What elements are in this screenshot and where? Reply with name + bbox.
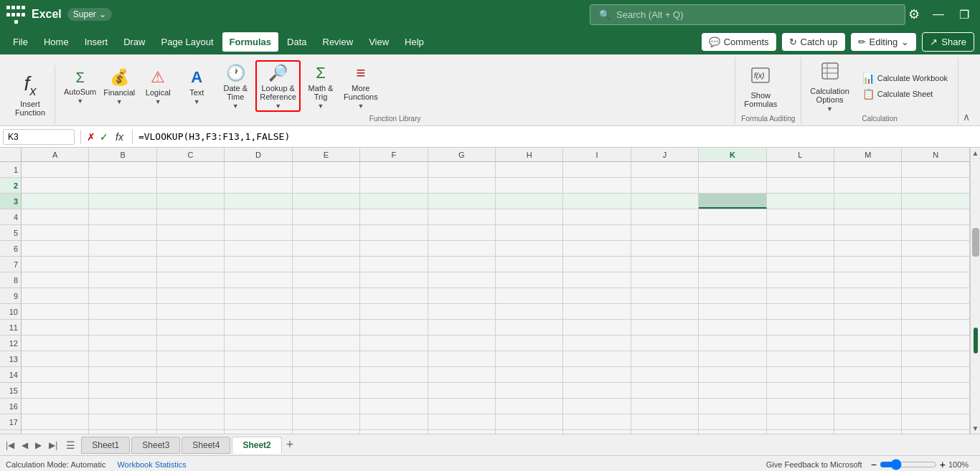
zoom-slider[interactable] [880, 459, 937, 470]
cell-B17[interactable] [89, 414, 156, 429]
cell-L9[interactable] [767, 288, 834, 303]
cell-H18[interactable] [496, 430, 563, 434]
cell-E1[interactable] [293, 162, 360, 177]
cell-D6[interactable] [225, 241, 292, 256]
cell-G18[interactable] [428, 430, 496, 434]
cell-I3[interactable] [563, 194, 631, 209]
cell-G11[interactable] [428, 320, 496, 335]
cell-N3[interactable] [902, 194, 969, 209]
cell-H11[interactable] [496, 320, 563, 335]
menu-data[interactable]: Data [280, 32, 314, 52]
cell-I7[interactable] [563, 257, 631, 272]
cell-J14[interactable] [631, 367, 699, 382]
cell-A7[interactable] [22, 257, 89, 272]
cell-B4[interactable] [89, 209, 156, 224]
cell-K4[interactable] [699, 209, 766, 224]
menu-help[interactable]: Help [397, 32, 431, 52]
cell-D9[interactable] [225, 288, 292, 303]
cell-J3[interactable] [631, 194, 699, 209]
cell-B9[interactable] [89, 288, 156, 303]
cell-M12[interactable] [834, 336, 902, 351]
cell-F12[interactable] [360, 336, 428, 351]
cell-F4[interactable] [360, 209, 428, 224]
cell-C3[interactable] [157, 194, 225, 209]
cell-I2[interactable] [563, 178, 631, 193]
cell-G10[interactable] [428, 304, 496, 319]
cell-M2[interactable] [834, 178, 902, 193]
cell-J4[interactable] [631, 209, 699, 224]
cell-D2[interactable] [225, 178, 292, 193]
cell-L8[interactable] [767, 272, 834, 287]
cell-J11[interactable] [631, 320, 699, 335]
cell-E12[interactable] [293, 336, 360, 351]
settings-button[interactable]: ⚙ [905, 4, 923, 25]
cell-L3[interactable] [767, 194, 834, 209]
cell-N6[interactable] [902, 241, 969, 256]
cell-H4[interactable] [496, 209, 563, 224]
cell-K2[interactable] [699, 178, 766, 193]
cell-L4[interactable] [767, 209, 834, 224]
cell-I1[interactable] [563, 162, 631, 177]
cell-M10[interactable] [834, 304, 902, 319]
cell-K18[interactable] [699, 430, 766, 434]
cell-H7[interactable] [496, 257, 563, 272]
table-row[interactable] [22, 351, 970, 367]
cell-I12[interactable] [563, 336, 631, 351]
cell-E6[interactable] [293, 241, 360, 256]
cell-A17[interactable] [22, 414, 89, 429]
cell-A3[interactable] [22, 194, 89, 209]
cell-L17[interactable] [767, 414, 834, 429]
cell-J8[interactable] [631, 272, 699, 287]
catchup-button[interactable]: ↻ Catch up [782, 33, 845, 51]
cell-C10[interactable] [157, 304, 225, 319]
cell-F2[interactable] [360, 178, 428, 193]
cell-G9[interactable] [428, 288, 496, 303]
cell-C5[interactable] [157, 225, 225, 240]
cell-I5[interactable] [563, 225, 631, 240]
table-row[interactable] [22, 320, 970, 336]
menu-page-layout[interactable]: Page Layout [154, 32, 221, 52]
cell-I18[interactable] [563, 430, 631, 434]
cell-G1[interactable] [428, 162, 496, 177]
cell-I9[interactable] [563, 288, 631, 303]
cell-C7[interactable] [157, 257, 225, 272]
cell-D5[interactable] [225, 225, 292, 240]
cell-G6[interactable] [428, 241, 496, 256]
cell-C4[interactable] [157, 209, 225, 224]
menu-home[interactable]: Home [37, 32, 76, 52]
table-row[interactable] [22, 304, 970, 320]
cell-E3[interactable] [293, 194, 360, 209]
sheet-nav-last[interactable]: ▶| [46, 439, 60, 452]
cell-J2[interactable] [631, 178, 699, 193]
cell-C18[interactable] [157, 430, 225, 434]
sheet-hamburger[interactable]: ☰ [62, 438, 80, 452]
cell-N5[interactable] [902, 225, 969, 240]
cell-C14[interactable] [157, 367, 225, 382]
cell-J6[interactable] [631, 241, 699, 256]
sheet-tab-sheet2[interactable]: Sheet2 [232, 437, 281, 454]
cell-I4[interactable] [563, 209, 631, 224]
cell-A9[interactable] [22, 288, 89, 303]
table-row[interactable] [22, 288, 970, 304]
scroll-thumb[interactable] [972, 228, 979, 257]
cell-B5[interactable] [89, 225, 156, 240]
menu-formulas[interactable]: Formulas [222, 32, 279, 52]
cell-F11[interactable] [360, 320, 428, 335]
cell-H12[interactable] [496, 336, 563, 351]
cell-J15[interactable] [631, 383, 699, 398]
table-row[interactable] [22, 272, 970, 288]
sheet-nav-first[interactable]: |◀ [3, 439, 17, 452]
cell-I14[interactable] [563, 367, 631, 382]
cell-D8[interactable] [225, 272, 292, 287]
table-row[interactable] [22, 241, 970, 257]
cell-K9[interactable] [699, 288, 766, 303]
cell-E10[interactable] [293, 304, 360, 319]
table-row[interactable] [22, 225, 970, 241]
share-button[interactable]: ↗ Share [922, 32, 974, 52]
cell-C1[interactable] [157, 162, 225, 177]
table-row[interactable] [22, 209, 970, 225]
cell-F17[interactable] [360, 414, 428, 429]
cell-I11[interactable] [563, 320, 631, 335]
cell-N15[interactable] [902, 383, 969, 398]
cell-J17[interactable] [631, 414, 699, 429]
